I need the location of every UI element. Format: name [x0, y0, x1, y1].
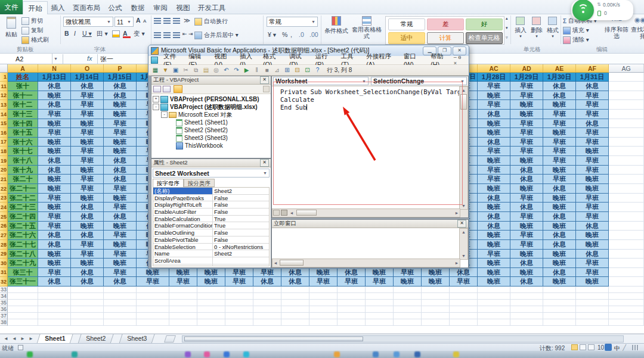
shift-cell[interactable]: 晚班: [38, 203, 71, 212]
empty-cell[interactable]: [225, 300, 253, 306]
shift-cell[interactable]: 早班: [576, 138, 609, 147]
property-name[interactable]: EnablePivotTable: [153, 236, 213, 243]
name-cell[interactable]: 张十一: [8, 91, 38, 100]
shift-cell[interactable]: 早班: [104, 184, 137, 194]
properties-panel-close-icon[interactable]: ✕: [260, 159, 269, 167]
empty-cell[interactable]: [609, 203, 644, 212]
empty-cell[interactable]: [309, 293, 338, 300]
increase-decimal-icon[interactable]: .0: [299, 31, 308, 39]
empty-cell[interactable]: [225, 319, 253, 326]
empty-cell[interactable]: [197, 313, 225, 319]
shift-cell[interactable]: 休息: [104, 212, 137, 222]
empty-cell[interactable]: [38, 319, 71, 326]
empty-cell[interactable]: [71, 287, 104, 293]
undo-icon[interactable]: ↶: [222, 66, 231, 74]
row-header-11[interactable]: 11: [0, 82, 8, 91]
property-row[interactable]: EnableSelection0 - xlNoRestrictions: [153, 244, 269, 251]
insert-worksheet-icon[interactable]: [164, 335, 176, 343]
fx-icon[interactable]: fx: [87, 55, 92, 62]
name-cell[interactable]: 张三十一: [8, 277, 38, 287]
shift-cell[interactable]: 早班: [104, 203, 137, 212]
empty-cell[interactable]: [104, 300, 137, 306]
page-layout-view-icon[interactable]: [580, 344, 586, 350]
empty-cell[interactable]: [450, 287, 478, 293]
shift-cell[interactable]: 晚班: [197, 268, 225, 277]
view-object-icon[interactable]: [163, 86, 171, 92]
code-horizontal-scrollbar[interactable]: ◄ ►: [272, 208, 460, 217]
shift-cell[interactable]: 早班: [543, 156, 576, 166]
shift-cell[interactable]: 早班: [576, 259, 609, 268]
fill-button[interactable]: 填充 ▾: [563, 26, 601, 35]
empty-cell[interactable]: [576, 293, 609, 300]
header-name-cell[interactable]: 姓名: [8, 73, 38, 82]
shift-cell[interactable]: 早班: [71, 100, 104, 110]
empty-cell[interactable]: [450, 306, 478, 313]
empty-cell[interactable]: [169, 306, 197, 313]
shift-cell[interactable]: 晚班: [478, 91, 510, 100]
empty-cell[interactable]: [137, 287, 169, 293]
shift-cell[interactable]: 早班: [38, 212, 71, 222]
empty-cell[interactable]: [478, 313, 510, 319]
save-icon[interactable]: ▣: [171, 66, 180, 74]
shift-cell[interactable]: 休息: [104, 166, 137, 175]
shift-cell[interactable]: 晚班: [543, 194, 576, 203]
shift-cell[interactable]: 早班: [104, 119, 137, 128]
shift-cell[interactable]: 早班: [576, 166, 609, 175]
row-header-14[interactable]: 14: [0, 110, 8, 119]
header-date-cell[interactable]: 1月31日: [576, 73, 609, 82]
empty-cell[interactable]: [478, 293, 510, 300]
row-header-34[interactable]: 34: [0, 293, 8, 300]
shift-cell[interactable]: 早班: [576, 100, 609, 110]
empty-cell[interactable]: [197, 287, 225, 293]
empty-cell[interactable]: [510, 287, 543, 293]
shift-cell[interactable]: 早班: [510, 138, 543, 147]
ribbon-tab-审阅[interactable]: 审阅: [149, 1, 172, 14]
shift-cell[interactable]: 晚班: [38, 250, 71, 259]
empty-cell[interactable]: [197, 293, 225, 300]
property-row[interactable]: StandardWidth8.1: [153, 264, 269, 266]
column-header-A[interactable]: A: [8, 64, 38, 73]
empty-cell[interactable]: [450, 293, 478, 300]
shift-cell[interactable]: 早班: [510, 194, 543, 203]
empty-cell[interactable]: [104, 287, 137, 293]
empty-cell[interactable]: [309, 319, 338, 326]
shift-cell[interactable]: 晚班: [197, 277, 225, 287]
shift-cell[interactable]: 早班: [38, 268, 71, 277]
cell-style-差[interactable]: 差: [427, 18, 464, 30]
shift-cell[interactable]: 休息: [71, 82, 104, 91]
shift-cell[interactable]: 晚班: [510, 184, 543, 194]
empty-cell[interactable]: [253, 319, 281, 326]
ribbon-tab-开始[interactable]: 开始: [23, 1, 48, 15]
immediate-panel-close-icon[interactable]: ✕: [457, 220, 466, 228]
taskbar-app-icon[interactable]: [224, 351, 230, 357]
shift-cell[interactable]: 休息: [543, 82, 576, 91]
empty-cell[interactable]: [137, 319, 169, 326]
empty-cell[interactable]: [609, 313, 644, 319]
row-header-15[interactable]: 15: [0, 119, 8, 128]
empty-cell[interactable]: [38, 300, 71, 306]
decrease-decimal-icon[interactable]: .00: [309, 31, 319, 39]
name-cell[interactable]: 张十六: [8, 138, 38, 147]
column-header-P[interactable]: P: [104, 64, 137, 73]
column-header-AF[interactable]: AF: [576, 64, 609, 73]
empty-cell[interactable]: [338, 313, 366, 319]
shift-cell[interactable]: 早班: [104, 231, 137, 240]
properties-icon[interactable]: ⊟: [293, 66, 302, 74]
column-header-O[interactable]: O: [71, 64, 104, 73]
view-code-icon[interactable]: [153, 86, 161, 92]
shift-cell[interactable]: 早班: [169, 277, 197, 287]
view-excel-icon[interactable]: ▦: [151, 66, 160, 74]
tree-expander-icon[interactable]: -: [161, 111, 168, 118]
shift-cell[interactable]: 休息: [576, 250, 609, 259]
project-tree-item[interactable]: Sheet2 (Sheet2): [153, 126, 270, 134]
property-name[interactable]: EnableFormatConditions: [153, 222, 213, 229]
property-name[interactable]: Name: [153, 250, 213, 257]
property-value[interactable]: False: [213, 236, 269, 243]
shift-cell[interactable]: 晚班: [510, 110, 543, 119]
property-row[interactable]: EnableCalculationTrue: [153, 216, 269, 223]
run-icon[interactable]: ▶: [242, 66, 251, 74]
taskbar-app-icon[interactable]: [72, 351, 78, 357]
taskbar-app-icon[interactable]: [414, 351, 420, 357]
empty-cell[interactable]: [609, 287, 644, 293]
empty-cell[interactable]: [8, 300, 38, 306]
